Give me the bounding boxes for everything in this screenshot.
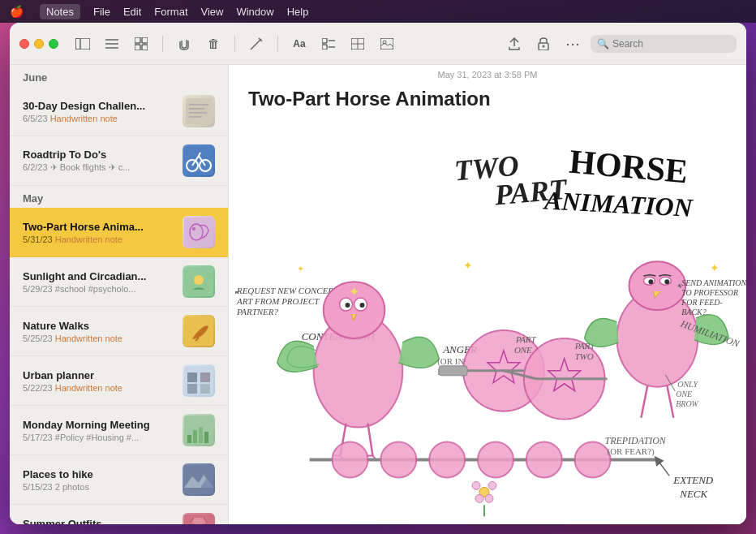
svg-text:ART FROM PROJECT: ART FROM PROJECT	[236, 296, 320, 306]
svg-text:ONE: ONE	[514, 345, 532, 355]
traffic-lights	[19, 39, 58, 49]
gallery-view-button[interactable]	[130, 32, 152, 55]
note-item-urban-planner[interactable]: Urban planner 5/22/23 Handwritten note	[10, 356, 228, 406]
svg-rect-7	[135, 45, 140, 50]
note-item-places-hike[interactable]: Places to hike 5/15/23 2 photos	[10, 455, 228, 505]
svg-text:FOR FEED-: FOR FEED-	[681, 298, 723, 307]
note-text: Roadtrip To Do's 6/2/23 ✈ Book flights ✈…	[23, 149, 174, 173]
svg-point-107	[475, 494, 483, 502]
svg-point-19	[543, 45, 545, 47]
note-text: 30-Day Design Challen... 6/5/23 Handwrit…	[23, 100, 174, 123]
svg-rect-38	[200, 384, 210, 394]
svg-point-60	[346, 303, 350, 308]
svg-text:✦: ✦	[463, 259, 473, 272]
drawing-container: TWO PART HORSE ANIMATION REQUEST NEW CON…	[229, 120, 746, 524]
attachment-button[interactable]	[173, 32, 195, 55]
note-thumbnail	[183, 144, 215, 177]
note-text: Sunlight and Circadian... 5/29/23 #schoo…	[23, 270, 174, 294]
svg-rect-28	[184, 217, 213, 247]
svg-rect-9	[322, 38, 327, 43]
note-title: Sunlight and Circadian...	[23, 270, 174, 282]
menu-help[interactable]: Help	[287, 6, 309, 18]
svg-rect-5	[135, 37, 140, 43]
svg-point-30	[192, 227, 195, 230]
menu-notes[interactable]: Notes	[40, 4, 80, 19]
note-item-monday-meeting[interactable]: Monday Morning Meeting 5/17/23 #Policy #…	[10, 406, 228, 455]
note-text: Two-Part Horse Anima... 5/31/23 Handwrit…	[23, 221, 174, 244]
svg-rect-41	[193, 430, 197, 443]
svg-rect-20	[186, 98, 212, 124]
apple-menu[interactable]: 🍎	[10, 5, 24, 18]
svg-text:(OR FEAR?): (OR FEAR?)	[608, 446, 655, 457]
format-text-button[interactable]: Aa	[288, 32, 311, 55]
note-thumbnail	[183, 463, 215, 496]
menu-format[interactable]: Format	[154, 6, 187, 18]
svg-point-100	[429, 442, 465, 478]
fullscreen-button[interactable]	[49, 39, 58, 49]
svg-text:NECK: NECK	[679, 488, 708, 500]
list-view-button[interactable]	[101, 32, 123, 55]
compose-button[interactable]	[245, 32, 268, 55]
note-meta: 6/2/23 ✈ Book flights ✈ c...	[23, 162, 174, 173]
section-header-may: May	[10, 186, 228, 208]
note-thumbnail	[183, 315, 215, 347]
sidebar-toggle-button[interactable]	[71, 32, 94, 55]
note-item-sunlight[interactable]: Sunlight and Circadian... 5/29/23 #schoo…	[10, 257, 228, 307]
svg-rect-40	[187, 435, 191, 443]
minimize-button[interactable]	[34, 39, 44, 49]
checklist-button[interactable]	[317, 32, 340, 55]
svg-rect-36	[200, 373, 210, 382]
section-header-june: June	[10, 65, 228, 87]
editor-title: Two-Part Horse Animation	[229, 81, 746, 120]
note-title: Roadtrip To Do's	[23, 149, 174, 161]
close-button[interactable]	[19, 39, 29, 49]
horse-animation-drawing: TWO PART HORSE ANIMATION REQUEST NEW CON…	[229, 120, 746, 524]
menu-file[interactable]: File	[93, 6, 110, 18]
note-item-design-challenge[interactable]: 30-Day Design Challen... 6/5/23 Handwrit…	[10, 87, 228, 136]
share-button[interactable]	[503, 32, 526, 55]
svg-text:✦: ✦	[349, 285, 359, 299]
note-item-roadtrip[interactable]: Roadtrip To Do's 6/2/23 ✈ Book flights ✈…	[10, 136, 228, 186]
note-meta: 5/31/23 Handwritten note	[23, 235, 174, 244]
svg-text:BACK?: BACK?	[681, 308, 706, 317]
note-title: Urban planner	[23, 369, 174, 381]
svg-rect-8	[142, 45, 148, 50]
divider-2	[234, 36, 235, 52]
note-title: Two-Part Horse Anima...	[23, 221, 174, 233]
note-item-nature-walks[interactable]: Nature Walks 5/25/23 Handwritten note	[10, 307, 228, 356]
more-options-button[interactable]: ⋯	[561, 32, 584, 55]
media-button[interactable]	[376, 32, 398, 55]
svg-point-85	[664, 279, 669, 284]
menu-window[interactable]: Window	[236, 6, 273, 18]
note-item-horse-animation[interactable]: Two-Part Horse Anima... 5/31/23 Handwrit…	[10, 208, 228, 257]
main-content: June 30-Day Design Challen... 6/5/23 Han…	[10, 65, 746, 524]
note-meta: 5/29/23 #school #psycholo...	[23, 284, 174, 294]
svg-text:TO PROFESSOR: TO PROFESSOR	[681, 288, 738, 297]
svg-text:PART: PART	[515, 334, 537, 344]
menu-edit[interactable]: Edit	[123, 6, 141, 18]
svg-point-61	[359, 303, 364, 308]
svg-point-32	[194, 275, 204, 285]
search-bar[interactable]: 🔍	[591, 35, 737, 53]
note-meta: 5/22/23 Handwritten note	[23, 383, 174, 393]
menu-view[interactable]: View	[201, 6, 224, 18]
divider-1	[162, 36, 163, 52]
note-text: Urban planner 5/22/23 Handwritten note	[23, 369, 174, 393]
note-meta: 6/5/23 Handwritten note	[23, 114, 174, 123]
svg-text:TREPIDATION: TREPIDATION	[605, 435, 667, 446]
editor-canvas[interactable]: TWO PART HORSE ANIMATION REQUEST NEW CON…	[229, 120, 746, 524]
note-title: 30-Day Design Challen...	[23, 100, 174, 112]
divider-3	[277, 36, 278, 52]
delete-button[interactable]: 🗑	[202, 32, 225, 55]
toolbar: 🗑 Aa ⋯ 🔍	[10, 23, 746, 65]
note-text: Summer Outfits 5/15/23	[23, 518, 174, 525]
note-thumbnail	[183, 265, 215, 298]
search-input[interactable]	[612, 38, 726, 50]
table-button[interactable]	[346, 32, 369, 55]
note-item-summer-outfits[interactable]: Summer Outfits 5/15/23	[10, 505, 228, 524]
svg-point-101	[478, 442, 513, 478]
note-text: Places to hike 5/15/23 2 photos	[23, 468, 174, 492]
lock-button[interactable]	[532, 32, 555, 55]
note-thumbnail	[183, 216, 215, 248]
svg-rect-16	[380, 38, 393, 50]
